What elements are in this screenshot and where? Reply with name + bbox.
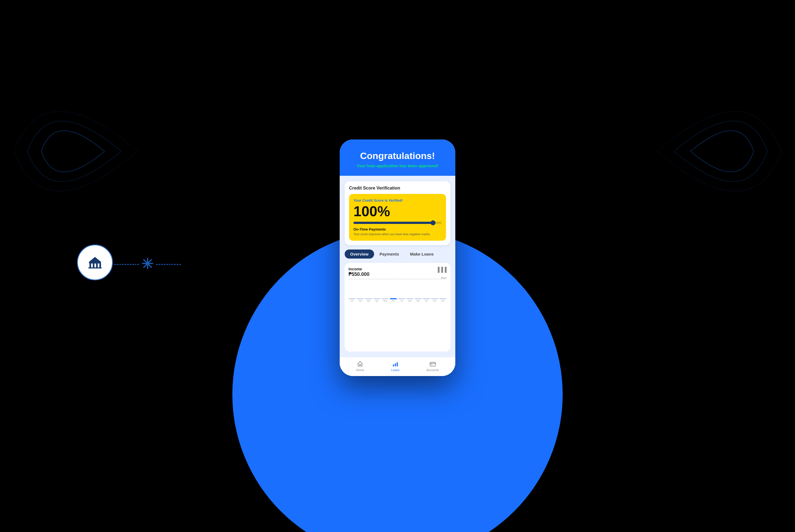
svg-rect-0 xyxy=(89,262,101,264)
svg-rect-5 xyxy=(88,267,101,268)
bar-col-nov: Nov xyxy=(431,298,438,302)
bar-col-jun: Jun xyxy=(390,298,397,302)
max-dashed-line xyxy=(349,279,446,279)
phone-content: Credit Score Verification Your Credit Sc… xyxy=(340,176,455,357)
bottom-navigation: Home Loans Accounts xyxy=(340,357,455,376)
nav-accounts-label: Accounts xyxy=(427,368,439,372)
bar-month-label: Aug xyxy=(408,300,411,302)
income-label: Income xyxy=(349,267,369,271)
max-line-container: MAX xyxy=(349,279,446,279)
bar-month-label: Sep xyxy=(417,300,420,302)
bar-col-oct: Oct xyxy=(423,298,430,302)
bar-may xyxy=(382,298,389,299)
bar-col-may: May xyxy=(382,298,389,302)
tab-bar: Overview Payments Make Loans xyxy=(345,249,450,259)
svg-rect-2 xyxy=(93,264,94,267)
phone-header: Congratulations! Your loan application h… xyxy=(340,139,455,176)
bar-jan xyxy=(349,298,356,299)
connector xyxy=(114,256,181,272)
credit-score-card: Credit Score Verification Your Credit Sc… xyxy=(345,181,450,245)
bar-sep xyxy=(414,298,422,299)
bar-col-aug: Aug xyxy=(406,298,413,302)
tab-payments[interactable]: Payments xyxy=(374,249,405,259)
bar-month-label: Apr xyxy=(375,300,378,302)
bar-month-label: May xyxy=(383,300,387,302)
bar-col-feb: Feb xyxy=(357,298,364,302)
bar-jun xyxy=(390,298,397,299)
bar-month-label: Jun xyxy=(392,300,395,302)
right-arcs xyxy=(652,55,795,248)
bar-month-label: Jan xyxy=(350,300,353,302)
home-icon xyxy=(357,361,363,367)
score-bar-dot xyxy=(430,220,436,225)
nav-loans-label: Loans xyxy=(391,368,400,372)
income-section: Income ₱550.000 ▐▐▐ MAX JanFebMarAprMayJ… xyxy=(345,263,450,352)
verified-label: Your Credit Score is Verified! xyxy=(353,198,442,203)
credit-score-box: Your Credit Score is Verified! 100% On-T… xyxy=(349,194,446,241)
phone-frame: Congratulations! Your loan application h… xyxy=(340,139,455,376)
payment-label: On-Time Payments xyxy=(353,227,442,231)
bar-apr xyxy=(373,298,381,299)
accounts-icon xyxy=(429,361,436,367)
credit-card-title: Credit Score Verification xyxy=(349,186,446,191)
dashed-line-left xyxy=(114,264,139,265)
bar-nov xyxy=(431,298,438,299)
congrats-title: Congratulations! xyxy=(347,150,448,161)
svg-rect-3 xyxy=(96,264,98,267)
svg-rect-1 xyxy=(90,264,91,267)
bar-month-label: Oct xyxy=(425,300,428,302)
bar-month-label: Nov xyxy=(433,300,436,302)
bar-mar xyxy=(365,298,372,299)
payment-desc: Your score improves when you have less n… xyxy=(353,232,442,236)
bar-col-sep: Sep xyxy=(414,298,422,302)
bar-col-dec: Dec xyxy=(439,298,446,302)
svg-marker-6 xyxy=(89,257,101,262)
approved-prefix: Your loan application has been xyxy=(356,164,419,168)
asterisk-symbol xyxy=(141,256,154,272)
svg-rect-13 xyxy=(397,362,398,366)
bank-icon xyxy=(87,254,103,271)
bar-month-label: Dec xyxy=(441,300,445,302)
left-arcs xyxy=(0,55,143,248)
phone-mockup: Congratulations! Your loan application h… xyxy=(340,139,455,376)
income-value: ₱550.000 xyxy=(349,271,369,277)
loans-icon xyxy=(392,361,399,367)
svg-rect-12 xyxy=(395,363,396,366)
nav-home-label: Home xyxy=(356,368,364,372)
score-bar-track xyxy=(353,222,442,224)
income-left: Income ₱550.000 xyxy=(349,267,369,278)
nav-loans[interactable]: Loans xyxy=(391,361,400,372)
nav-home[interactable]: Home xyxy=(356,361,364,372)
tab-overview[interactable]: Overview xyxy=(345,249,374,259)
score-bar-fill xyxy=(353,222,435,224)
bar-oct xyxy=(423,298,430,299)
bar-col-jan: Jan xyxy=(349,298,356,302)
svg-rect-11 xyxy=(393,364,394,366)
nav-accounts[interactable]: Accounts xyxy=(427,361,439,372)
bar-month-label: Feb xyxy=(359,300,362,302)
bar-col-mar: Mar xyxy=(365,298,372,302)
svg-rect-16 xyxy=(431,364,432,365)
bar-aug xyxy=(406,298,413,299)
bank-icon-circle xyxy=(77,245,113,280)
svg-rect-14 xyxy=(430,362,436,366)
income-header: Income ₱550.000 ▐▐▐ xyxy=(349,267,446,278)
svg-rect-4 xyxy=(99,264,101,267)
bar-feb xyxy=(357,298,364,299)
bar-month-label: Jul xyxy=(401,300,403,302)
dashed-line-right xyxy=(156,264,181,265)
bar-month-label: Mar xyxy=(367,300,370,302)
income-bar-chart: JanFebMarAprMayJunJulAugSepOctNovDec xyxy=(349,281,446,303)
max-label: MAX xyxy=(441,277,446,279)
tab-make-loans[interactable]: Make Loans xyxy=(405,249,439,259)
chart-bar-icon: ▐▐▐ xyxy=(436,267,446,272)
score-value: 100% xyxy=(353,204,442,218)
approved-word: approved! xyxy=(419,164,439,168)
bar-dec xyxy=(439,298,446,299)
bar-jul xyxy=(398,298,405,299)
bar-col-apr: Apr xyxy=(373,298,381,302)
bar-col-jul: Jul xyxy=(398,298,405,302)
approved-text: Your loan application has been approved! xyxy=(347,164,448,168)
